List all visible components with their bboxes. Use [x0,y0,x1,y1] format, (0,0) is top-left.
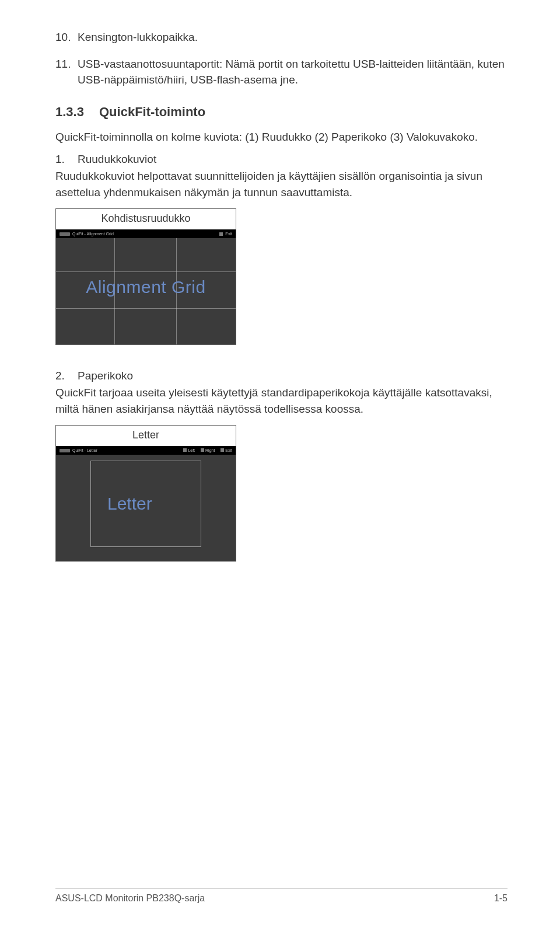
letter-preview: QuiFit - Letter Left Right Exit Letter [56,446,236,561]
topbar-exit: Exit [225,232,232,236]
sub-title: Ruudukkokuviot [78,153,156,166]
letter-inner-box: Letter [90,461,201,547]
list-text: USB-vastaanottosuuntaportit: Nämä portit… [78,56,508,88]
footer-left: ASUS-LCD Monitorin PB238Q-sarja [55,893,205,904]
grid-hline [56,271,236,272]
section-intro: QuickFit-toiminnolla on kolme kuviota: (… [55,129,508,145]
list-item-10: 10. Kensington-lukkopaikka. [55,29,508,46]
preview-topbar: QuiFit - Letter Left Right Exit [56,446,236,455]
list-number: 10. [55,29,78,46]
section-number: 1.3.3 [55,104,99,120]
section-title: QuickFit-toiminto [99,104,205,120]
menu-icon [219,232,223,236]
topbar-left: Left [188,448,195,452]
list-text: Kensington-lukkopaikka. [78,29,508,46]
letter-text: Letter [107,494,152,514]
sub2-body: QuickFit tarjoaa useita yleisesti käytet… [55,385,508,417]
figure-caption: Kohdistusruudukko [56,209,236,229]
footer-page-number: 1-5 [494,893,508,904]
section-heading: 1.3.3 QuickFit-toiminto [55,104,508,120]
footer-rule [55,888,508,888]
page-footer: ASUS-LCD Monitorin PB238Q-sarja 1-5 [55,893,508,904]
figure-caption: Letter [56,426,236,446]
asus-logo-icon [60,232,70,236]
grid-hline [56,308,236,309]
subsection-2-heading: 2. Paperikoko [55,370,508,382]
sub-title: Paperikoko [78,370,133,382]
subsection-1-heading: 1. Ruudukkokuviot [55,153,508,166]
topbar-label: QuiFit - Alignment Grid [72,232,114,236]
sub-number: 2. [55,370,78,382]
arrow-down-icon [183,448,187,452]
topbar-exit: Exit [225,448,232,452]
alignment-grid-text: Alignment Grid [86,277,205,297]
sub-number: 1. [55,153,78,166]
topbar-right: Right [205,448,215,452]
asus-logo-icon [60,449,70,452]
figure-alignment-grid: Kohdistusruudukko QuiFit - Alignment Gri… [55,208,236,345]
preview-topbar: QuiFit - Alignment Grid Exit [56,229,236,238]
topbar-label: QuiFit - Letter [72,448,97,452]
figure-letter: Letter QuiFit - Letter Left Right Exit [55,425,236,562]
list-number: 11. [55,56,78,88]
list-item-11: 11. USB-vastaanottosuuntaportit: Nämä po… [55,56,508,88]
arrow-up-icon [201,448,204,452]
sub1-body: Ruudukkokuviot helpottavat suunnittelijo… [55,168,508,200]
menu-icon [220,448,224,452]
alignment-grid-preview: QuiFit - Alignment Grid Exit Alignment G… [56,229,236,344]
